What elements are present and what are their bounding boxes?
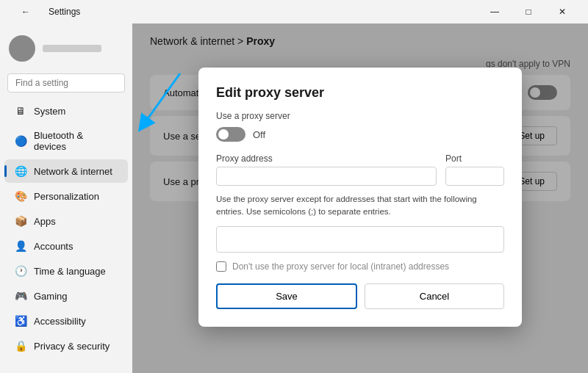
close-button[interactable]: ✕ <box>545 0 579 23</box>
accessibility-icon: ♿ <box>15 315 26 327</box>
proxy-address-input[interactable] <box>216 167 437 186</box>
search-input[interactable] <box>7 73 125 93</box>
modal-overlay: Edit proxy server Use a proxy server Off… <box>132 23 588 373</box>
sidebar-label-personalization: Personalization <box>34 191 99 202</box>
proxy-toggle-label: Off <box>253 129 265 140</box>
active-indicator <box>4 165 7 177</box>
titlebar-left: ← Settings <box>9 0 80 23</box>
app-layout: 🖥 System 🔵 Bluetooth & devices 🌐 Network… <box>0 23 588 373</box>
exceptions-input[interactable] <box>216 226 504 253</box>
local-checkbox[interactable] <box>216 261 226 272</box>
sidebar-label-privacy: Privacy & security <box>34 341 110 352</box>
personalization-icon: 🎨 <box>15 190 26 202</box>
sidebar-item-apps[interactable]: 📦 Apps <box>4 209 128 233</box>
modal-title: Edit proxy server <box>216 85 504 101</box>
sidebar-label-time: Time & language <box>34 266 106 277</box>
app-title: Settings <box>49 7 80 17</box>
save-button[interactable]: Save <box>216 283 357 309</box>
sidebar-item-privacy[interactable]: 🔒 Privacy & security <box>4 334 128 358</box>
sidebar-label-gaming: Gaming <box>34 291 68 302</box>
time-icon: 🕐 <box>15 265 26 277</box>
maximize-button[interactable]: □ <box>512 0 545 23</box>
proxy-address-group: Proxy address <box>216 153 437 186</box>
help-text: Use the proxy server except for addresse… <box>216 193 504 219</box>
sidebar-item-gaming[interactable]: 🎮 Gaming <box>4 284 128 308</box>
titlebar: ← Settings — □ ✕ <box>0 0 588 23</box>
sidebar-item-network[interactable]: 🌐 Network & internet <box>4 159 128 183</box>
modal-section-label: Use a proxy server <box>216 111 504 121</box>
sidebar-item-accessibility[interactable]: ♿ Accessibility <box>4 309 128 333</box>
profile-section <box>0 29 132 70</box>
edit-proxy-modal: Edit proxy server Use a proxy server Off… <box>198 68 522 327</box>
proxy-form-row: Proxy address Port <box>216 153 504 186</box>
network-icon: 🌐 <box>15 165 26 177</box>
sidebar-label-network: Network & internet <box>34 166 112 177</box>
sidebar-label-apps: Apps <box>34 216 56 227</box>
bluetooth-icon: 🔵 <box>15 135 26 147</box>
system-icon: 🖥 <box>15 105 26 117</box>
cancel-button[interactable]: Cancel <box>365 283 504 309</box>
local-checkbox-row: Don't use the proxy server for local (in… <box>216 261 504 272</box>
sidebar: 🖥 System 🔵 Bluetooth & devices 🌐 Network… <box>0 23 132 373</box>
proxy-toggle-row: Off <box>216 127 504 142</box>
sidebar-label-accessibility: Accessibility <box>34 316 86 327</box>
sidebar-item-bluetooth[interactable]: 🔵 Bluetooth & devices <box>4 124 128 158</box>
gaming-icon: 🎮 <box>15 290 26 302</box>
sidebar-item-personalization[interactable]: 🎨 Personalization <box>4 184 128 208</box>
avatar <box>9 35 35 62</box>
sidebar-item-time[interactable]: 🕐 Time & language <box>4 259 128 283</box>
sidebar-label-system: System <box>34 106 65 117</box>
titlebar-controls: — □ ✕ <box>478 0 579 23</box>
apps-icon: 📦 <box>15 215 26 227</box>
local-checkbox-label: Don't use the proxy server for local (in… <box>232 261 449 272</box>
accounts-icon: 👤 <box>15 240 26 252</box>
sidebar-item-system[interactable]: 🖥 System <box>4 99 128 123</box>
profile-name <box>43 45 101 52</box>
sidebar-item-accounts[interactable]: 👤 Accounts <box>4 234 128 258</box>
privacy-icon: 🔒 <box>15 340 26 352</box>
port-group: Port <box>445 153 504 186</box>
modal-buttons: Save Cancel <box>216 283 504 309</box>
proxy-toggle[interactable] <box>216 127 245 142</box>
minimize-button[interactable]: — <box>478 0 512 23</box>
proxy-address-label: Proxy address <box>216 153 437 164</box>
main-content: Network & internet > Proxy gs don't appl… <box>132 23 588 373</box>
port-input[interactable] <box>445 167 504 186</box>
port-label: Port <box>445 153 504 164</box>
sidebar-label-bluetooth: Bluetooth & devices <box>34 130 118 152</box>
back-button[interactable]: ← <box>9 0 43 23</box>
sidebar-label-accounts: Accounts <box>34 241 73 252</box>
